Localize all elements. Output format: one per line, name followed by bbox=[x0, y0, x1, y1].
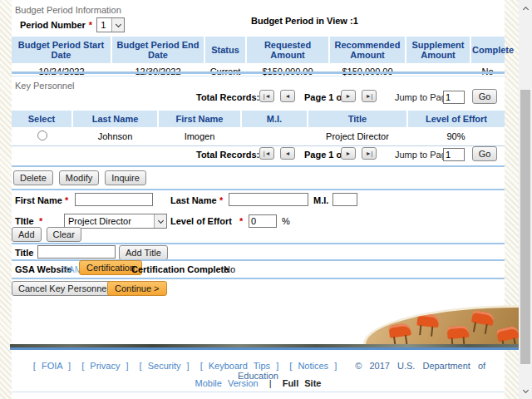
scroll-down-button[interactable] bbox=[519, 385, 532, 397]
scroll-up-button[interactable] bbox=[519, 2, 532, 14]
divider bbox=[12, 71, 505, 74]
title-select-value: Project Director bbox=[65, 216, 154, 226]
certification-complete-value: No bbox=[224, 264, 235, 274]
pager-next-button[interactable]: ► bbox=[341, 147, 356, 160]
col-end-date: Budget Period End Date bbox=[111, 37, 204, 63]
clear-button[interactable]: Clear bbox=[47, 227, 81, 242]
bracket: ] bbox=[334, 361, 337, 371]
jump-to-page-input[interactable] bbox=[443, 91, 465, 104]
bracket: [ bbox=[289, 361, 292, 371]
required-asterisk: * bbox=[219, 195, 223, 205]
col-last-name: Last Name bbox=[72, 111, 158, 127]
cell-mi bbox=[241, 127, 308, 146]
percent-suffix: % bbox=[282, 216, 290, 226]
chair-shape bbox=[446, 325, 469, 339]
cell-select bbox=[12, 127, 72, 146]
mi-label: M.I. bbox=[313, 195, 328, 205]
pager-next-button[interactable]: ► bbox=[341, 90, 356, 102]
pager-prev-button[interactable]: ◄ bbox=[280, 90, 295, 102]
footer-link-security[interactable]: Security bbox=[148, 361, 181, 371]
chair-shape bbox=[416, 313, 439, 328]
col-start-date: Budget Period Start Date bbox=[12, 37, 111, 63]
modify-button[interactable]: Modify bbox=[59, 170, 99, 185]
cell-title: Project Director bbox=[308, 127, 407, 146]
pager-first-button[interactable]: |◄ bbox=[259, 147, 274, 160]
bracket: [ bbox=[140, 361, 142, 371]
divider bbox=[12, 392, 505, 392]
add-button[interactable]: Add bbox=[12, 227, 42, 242]
bracket: [ bbox=[81, 361, 84, 371]
chevron-down-icon bbox=[111, 18, 124, 32]
bracket: ] bbox=[187, 361, 190, 371]
footer-link-keyboard-tips[interactable]: Keyboard Tips bbox=[209, 361, 270, 371]
cancel-key-personnel-button[interactable]: Cancel Key Personnel bbox=[12, 281, 116, 296]
divider bbox=[12, 165, 505, 167]
add-title-button[interactable]: Add Title bbox=[119, 245, 168, 260]
go-button[interactable]: Go bbox=[472, 89, 497, 104]
mobile-version-link[interactable]: Mobile Version bbox=[195, 378, 259, 388]
scroll-thumb[interactable] bbox=[520, 90, 530, 364]
continue-button[interactable]: Continue > bbox=[107, 281, 167, 296]
budget-table-header-row: Budget Period Start Date Budget Period E… bbox=[12, 37, 505, 63]
cell-level-of-effort: 90% bbox=[407, 127, 505, 146]
cell-last-name: Johnson bbox=[72, 127, 158, 146]
pager-last-button[interactable]: ►| bbox=[362, 90, 377, 102]
required-asterisk: * bbox=[89, 20, 92, 30]
col-supplement: Supplement Amount bbox=[406, 37, 470, 63]
period-number-value: 1 bbox=[97, 20, 111, 30]
first-name-label: First Name bbox=[15, 195, 62, 205]
pager-last-button[interactable]: ►| bbox=[362, 147, 377, 160]
delete-button[interactable]: Delete bbox=[13, 170, 53, 185]
col-recommended: Recommended Amount bbox=[329, 37, 406, 63]
col-title: Title bbox=[308, 111, 407, 127]
mi-input[interactable] bbox=[332, 193, 357, 206]
footer-divider-bar bbox=[10, 344, 520, 350]
inquire-button[interactable]: Inquire bbox=[105, 170, 146, 185]
first-name-input[interactable] bbox=[75, 193, 153, 206]
required-asterisk: * bbox=[39, 216, 42, 226]
go-button[interactable]: Go bbox=[472, 146, 497, 161]
jump-to-page-input[interactable] bbox=[443, 148, 465, 161]
pager-prev-button[interactable]: ◄ bbox=[280, 147, 295, 160]
level-of-effort-input[interactable] bbox=[249, 214, 277, 228]
budget-period-in-view-label: Budget Period in View :1 bbox=[251, 16, 358, 26]
title-label: TItle bbox=[15, 216, 34, 226]
pager-first-button[interactable]: |◄ bbox=[259, 90, 274, 102]
required-asterisk: * bbox=[239, 216, 243, 226]
last-name-input[interactable] bbox=[229, 193, 308, 206]
col-status: Status bbox=[204, 37, 246, 63]
table-row: Johnson Imogen Project Director 90% bbox=[12, 127, 505, 146]
col-first-name: First Name bbox=[158, 111, 241, 127]
col-requested: Requested Amount bbox=[246, 37, 329, 63]
footer-link-foia[interactable]: FOIA bbox=[42, 361, 62, 371]
bracket: ] bbox=[68, 361, 71, 371]
bracket: ] bbox=[126, 361, 128, 371]
cell-first-name: Imogen bbox=[158, 127, 241, 146]
divider bbox=[12, 189, 505, 190]
chair-shape bbox=[496, 325, 520, 342]
col-select: Select bbox=[12, 111, 72, 127]
full-site-link[interactable]: Full Site bbox=[283, 378, 322, 388]
footer-divider-pipe: | bbox=[269, 378, 272, 388]
chair-shape bbox=[471, 310, 495, 326]
budget-period-section-title: Budget Period Information bbox=[15, 5, 121, 15]
last-name-label: Last Name bbox=[170, 195, 217, 205]
footer-link-notices[interactable]: Notices bbox=[298, 361, 328, 371]
period-number-select[interactable]: 1 bbox=[96, 17, 125, 32]
divider bbox=[12, 278, 505, 279]
footer-link-privacy[interactable]: Privacy bbox=[90, 361, 120, 371]
col-complete: Complete bbox=[470, 37, 505, 63]
key-personnel-table: Select Last Name First Name M.I. Title L… bbox=[12, 111, 505, 146]
chair-shape bbox=[388, 323, 411, 337]
level-of-effort-label: Level of Effort bbox=[170, 216, 232, 226]
add-title-input[interactable] bbox=[37, 245, 116, 259]
add-title-label: Title bbox=[15, 248, 33, 258]
footer-site-row: Mobile Version | Full Site bbox=[12, 378, 505, 388]
period-number-label: Period Number bbox=[20, 20, 86, 30]
pager-top: Total Records: 1 |◄ ◄ Page 1 of 1 ► ►| J… bbox=[12, 89, 505, 107]
required-asterisk: * bbox=[65, 195, 68, 205]
total-records-label: Total Records: 1 bbox=[196, 92, 267, 102]
vertical-scrollbar[interactable] bbox=[519, 0, 532, 399]
pager-bottom: Total Records: 1 |◄ ◄ Page 1 of 1 ► ►| J… bbox=[12, 146, 505, 165]
select-radio[interactable] bbox=[37, 131, 47, 140]
